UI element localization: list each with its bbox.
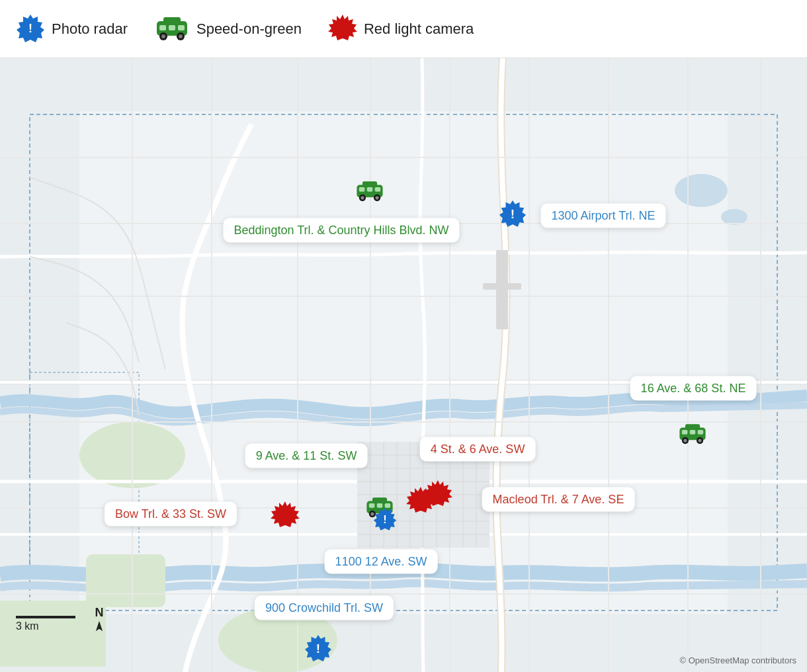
marker-green-car-beddington: [355, 177, 385, 206]
svg-point-7: [179, 34, 183, 38]
svg-rect-93: [690, 430, 696, 435]
svg-rect-43: [483, 283, 521, 290]
north-label: N: [95, 606, 104, 620]
svg-marker-11: [328, 15, 357, 40]
svg-rect-62: [362, 181, 377, 187]
label-1100-12ave: 1100 12 Ave. SW: [325, 550, 438, 574]
speed-on-green-legend-icon: [154, 13, 190, 45]
svg-point-91: [699, 439, 702, 442]
marker-blue-burst-crowchild: !: [304, 634, 332, 664]
svg-rect-10: [178, 25, 185, 30]
label-airport-trl: 1300 Airport Trl. NE: [540, 204, 665, 228]
svg-marker-72: [271, 501, 300, 527]
attribution: © OpenStreetMap contributors: [680, 655, 797, 665]
marker-green-car-16ave: [677, 420, 708, 449]
north-arrow-icon: [93, 620, 106, 636]
label-9ave-11st: 9 Ave. & 11 St. SW: [245, 444, 368, 468]
marker-red-burst-bow: [271, 500, 300, 532]
north-arrow: N: [93, 606, 106, 636]
photo-radar-label: Photo radar: [52, 21, 128, 38]
scale-text: 3 km: [16, 620, 39, 632]
svg-text:!: !: [511, 207, 515, 221]
svg-text:!: !: [28, 22, 32, 35]
svg-rect-19: [86, 554, 165, 607]
svg-rect-94: [698, 430, 704, 435]
label-beddington: Beddington Trl. & Country Hills Blvd. NW: [223, 218, 459, 243]
svg-text:!: !: [383, 513, 386, 525]
svg-point-16: [675, 174, 728, 207]
svg-rect-69: [375, 187, 381, 192]
legend-item-photo-radar: ! Photo radar: [16, 13, 128, 45]
marker-blue-burst-downtown: !: [373, 507, 397, 533]
legend-item-speed-on-green: Speed-on-green: [154, 13, 302, 45]
svg-rect-21: [0, 601, 106, 667]
photo-radar-legend-icon: !: [16, 13, 45, 45]
svg-rect-92: [682, 430, 688, 435]
speed-on-green-label: Speed-on-green: [196, 21, 302, 38]
svg-point-6: [161, 34, 165, 38]
label-bow-trl: Bow Trl. & 33 St. SW: [105, 502, 237, 526]
svg-marker-97: [96, 621, 103, 631]
svg-rect-8: [159, 25, 166, 30]
label-4st-6ave: 4 St. & 6 Ave. SW: [420, 437, 536, 462]
map: 1300 Airport Trl. NE Beddington Trl. & C…: [0, 58, 807, 672]
svg-point-66: [376, 196, 379, 200]
svg-rect-87: [685, 424, 700, 430]
scale-bar: 3 km: [16, 616, 75, 632]
svg-rect-9: [169, 25, 175, 30]
legend-item-red-light-camera: Red light camera: [328, 13, 474, 45]
label-16ave-68st: 16 Ave. & 68 St. NE: [630, 376, 757, 401]
legend: ! Photo radar Speed-on-green: [0, 0, 807, 58]
svg-point-17: [721, 209, 747, 225]
scale-line: [16, 616, 75, 618]
svg-rect-68: [367, 187, 373, 192]
svg-rect-3: [163, 17, 181, 24]
svg-rect-67: [359, 187, 365, 192]
red-light-camera-label: Red light camera: [364, 21, 474, 38]
svg-point-65: [361, 196, 364, 200]
svg-point-90: [683, 439, 687, 442]
marker-red-burst-downtown2: [423, 479, 452, 511]
svg-marker-74: [423, 480, 452, 506]
svg-rect-76: [372, 497, 387, 503]
marker-blue-burst-airport: !: [499, 199, 527, 230]
label-crowchild: 900 Crowchild Trl. SW: [255, 596, 394, 620]
red-light-camera-legend-icon: [328, 13, 357, 45]
svg-text:!: !: [316, 642, 320, 655]
label-macleod-trl: Macleod Trl. & 7 Ave. SE: [482, 487, 635, 512]
